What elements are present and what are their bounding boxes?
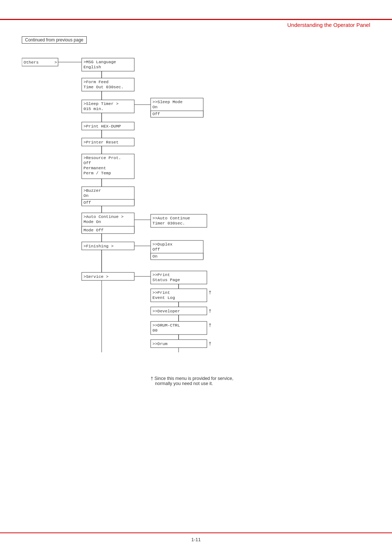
svg-text:†: † [209,289,211,295]
svg-text:>Resource Prot.: >Resource Prot. [83,155,121,160]
content-area: Continued from previous page Others > >M… [22,36,370,386]
svg-text:00: 00 [152,328,158,333]
svg-text:>MSG Language: >MSG Language [83,60,116,64]
svg-text:Perm / Temp: Perm / Temp [83,171,111,175]
svg-text:>Service        >: >Service > [83,274,109,279]
svg-text:Others: Others [24,60,38,65]
svg-text:>Print HEX-DUMP: >Print HEX-DUMP [83,124,121,129]
svg-text:Time Out 030sec.: Time Out 030sec. [83,85,123,89]
footnote-text2: normally you need not use it. [155,381,213,386]
svg-text:>>Auto Continue: >>Auto Continue [152,216,190,220]
top-line [0,19,392,20]
svg-text:>>Drum: >>Drum [152,341,168,346]
svg-text:>Buzzer: >Buzzer [83,188,101,193]
svg-text:>>Sleep Mode: >>Sleep Mode [152,100,183,104]
svg-text:>Form Feed: >Form Feed [83,80,109,84]
page-number: 1-11 [191,537,201,542]
footnote-symbol: † [151,376,153,381]
svg-text:>Printer Reset: >Printer Reset [83,140,119,145]
header-title: Understanding the Operator Panel [287,22,370,28]
svg-text:Off: Off [152,112,160,116]
svg-text:>Finishing      >: >Finishing > [83,244,114,248]
svg-text:English: English [83,65,101,69]
svg-text:On: On [152,254,158,259]
svg-text:>Sleep Timer  >: >Sleep Timer > [83,101,119,106]
svg-text:>Auto Continue >: >Auto Continue > [83,214,124,219]
svg-text:†: † [209,322,211,328]
svg-text:Off: Off [83,161,91,165]
svg-text:>>Print: >>Print [152,290,170,295]
svg-text:>>Duplex: >>Duplex [152,242,172,247]
svg-text:Mode  Off: Mode Off [83,228,103,232]
svg-text:Timer 030sec.: Timer 030sec. [152,221,185,226]
svg-text:Permanent: Permanent [83,166,106,170]
svg-text:†: † [209,341,211,346]
svg-text:Off: Off [83,200,91,205]
flow-diagram: Others > >MSG Language English >Form Fee… [22,54,276,374]
svg-text:†: † [209,308,211,313]
footnote: † Since this menu is provided for servic… [151,376,370,386]
svg-text:On: On [152,105,158,109]
svg-text:015 min.: 015 min. [83,106,103,111]
svg-text:>>Developer: >>Developer [152,309,180,313]
svg-text:Status Page: Status Page [152,278,180,282]
svg-text:Mode  On: Mode On [83,219,101,224]
svg-rect-57 [151,253,203,260]
svg-text:>>Print: >>Print [152,272,170,277]
bottom-line [0,532,392,533]
continued-label: Continued from previous page [22,36,87,44]
svg-text:On: On [83,193,89,198]
svg-text:Event Log: Event Log [152,295,175,300]
svg-text:>>DRUM-CTRL: >>DRUM-CTRL [152,323,180,328]
svg-text:Off: Off [152,247,160,252]
footnote-text: Since this menu is provided for service, [154,376,233,381]
svg-text:>: > [54,60,57,65]
